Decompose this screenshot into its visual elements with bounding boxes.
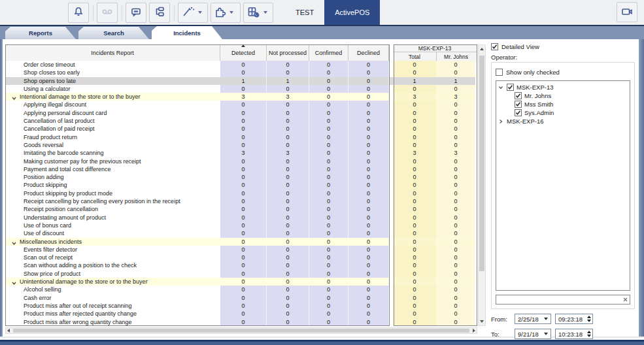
tab-incidents[interactable]: Incidents — [152, 26, 222, 39]
incident-name-cell: Miscellaneous incidents — [5, 238, 220, 246]
table-row[interactable]: Using a calculator000000 — [5, 85, 486, 93]
incident-name-cell: Order close timeout — [5, 61, 220, 69]
count-cell: 0 — [309, 61, 348, 69]
tree-expanded-icon[interactable] — [498, 85, 504, 90]
to-time-spinner[interactable]: 10:23:18 — [555, 329, 593, 339]
table-row[interactable]: Show price of product000000 — [5, 270, 486, 278]
spinner-buttons[interactable] — [587, 331, 591, 337]
tab-reports[interactable]: Reports — [5, 27, 76, 39]
column-header-detected[interactable]: Detected — [220, 44, 267, 61]
table-row[interactable]: Use of discount000000 — [5, 229, 486, 237]
video-camera-icon — [621, 7, 633, 18]
table-row[interactable]: Shop closes too early000000 — [5, 69, 486, 76]
tree-item-operator[interactable]: Mss Smith — [498, 100, 628, 108]
camera-button[interactable] — [617, 2, 637, 22]
table-row[interactable]: Scan without adding a position to the ch… — [5, 261, 486, 269]
table-row[interactable]: Shop opens too late110011 — [5, 77, 486, 85]
column-header-declined[interactable]: Declined — [348, 44, 389, 61]
count-cell: 0 — [220, 157, 267, 165]
table-row[interactable]: Product skipping000000 — [5, 181, 486, 189]
column-header-mr-johns[interactable]: Mr. Johns — [436, 52, 475, 61]
sort-indicator-icon — [241, 44, 245, 47]
checkbox-icon[interactable] — [507, 84, 514, 91]
table-row[interactable]: Cash error000000 — [5, 294, 486, 302]
checkbox-icon[interactable] — [515, 92, 522, 99]
spinner-buttons[interactable] — [587, 316, 591, 322]
bell-icon — [73, 7, 84, 18]
table-row[interactable]: Receipt cancelling by cancelling every p… — [5, 197, 486, 205]
table-row[interactable]: Applying illegal discount000000 — [5, 101, 486, 108]
tree-item-operator[interactable]: Mr. Johns — [498, 91, 628, 100]
table-row[interactable]: Applying personal discount card000000 — [5, 109, 486, 117]
operator-filter-input[interactable] — [496, 295, 630, 304]
messages-button[interactable] — [126, 3, 146, 23]
count-cell: 0 — [348, 318, 389, 326]
tab-search[interactable]: Search — [78, 27, 149, 39]
total-cell: 0 — [393, 189, 436, 197]
group-row[interactable]: Unintentional damage to the store or to … — [5, 278, 486, 286]
tree-collapsed-icon[interactable] — [498, 119, 504, 124]
table-row[interactable]: Events filter detector000000 — [5, 246, 486, 254]
table-row[interactable]: Cancellation of paid receipt000000 — [5, 125, 486, 133]
table-row[interactable]: Fraud product return000000 — [5, 133, 486, 141]
from-date-picker[interactable]: 2/25/18 — [515, 314, 551, 324]
collapse-chevron-icon[interactable] — [12, 240, 16, 246]
table-row[interactable]: Payment and total cost difference000000 — [5, 165, 486, 173]
from-time-value: 09:23:18 — [558, 316, 583, 323]
show-only-checked-checkbox[interactable]: Show only checked — [496, 67, 630, 76]
column-header-device[interactable]: MSK-EXP-13 — [393, 44, 477, 52]
count-cell: 0 — [267, 61, 309, 69]
table-row[interactable]: Goods reversal000000 — [5, 141, 486, 149]
table-row[interactable]: Product miss after rejected quantity cha… — [5, 310, 486, 318]
table-row[interactable]: Scan out of receipt000000 — [5, 254, 486, 261]
vertical-scroll-thumb[interactable] — [479, 56, 484, 271]
app-tab-activepos[interactable]: ActivePOS — [324, 0, 380, 25]
clear-filter-button[interactable] — [620, 295, 630, 304]
hierarchy-icon — [154, 7, 165, 18]
column-header-total[interactable]: Total — [393, 52, 436, 61]
hierarchy-button[interactable] — [149, 3, 170, 23]
horizontal-scrollbar[interactable] — [5, 327, 477, 334]
table-row[interactable]: Making customer pay for the previous rec… — [5, 157, 486, 165]
table-row[interactable]: Imitating the barcode scanning330033 — [5, 149, 486, 157]
table-row[interactable]: Product skipping by product mode000000 — [5, 189, 486, 197]
magic-wand-button[interactable] — [178, 3, 208, 23]
layout-settings-button[interactable] — [243, 3, 273, 23]
count-cell: 0 — [309, 133, 348, 141]
table-row[interactable]: Position adding000000 — [5, 173, 486, 181]
checkbox-icon[interactable] — [515, 109, 522, 116]
column-header-confirmed[interactable]: Confirmed — [309, 44, 348, 61]
table-row[interactable]: Alcohol selling000000 — [5, 286, 486, 293]
collapse-chevron-icon[interactable] — [12, 95, 16, 101]
collapse-chevron-icon[interactable] — [12, 280, 16, 286]
total-cell: 0 — [393, 141, 436, 149]
checkbox-icon[interactable] — [515, 101, 522, 108]
table-row[interactable]: Product miss after out of receipt scanni… — [5, 302, 486, 310]
notifications-button[interactable] — [68, 3, 89, 23]
plugins-button[interactable] — [211, 3, 241, 23]
scroll-down-button[interactable] — [479, 318, 485, 325]
group-row[interactable]: Intentional damage to the store or to th… — [5, 93, 486, 101]
table-row[interactable]: Product miss after wrong quantity change… — [5, 318, 486, 326]
table-row[interactable]: Cancellation of last product000000 — [5, 117, 486, 125]
incident-name-cell: Intentional damage to the store or to th… — [5, 93, 220, 101]
app-tab-test[interactable]: TEST — [285, 0, 324, 25]
vertical-scrollbar[interactable] — [478, 44, 486, 326]
column-header-incidents-report[interactable]: Incidents Report — [5, 44, 220, 61]
column-header-not-processed[interactable]: Not processed — [267, 44, 309, 61]
from-time-spinner[interactable]: 09:23:18 — [555, 314, 593, 324]
scroll-up-button[interactable] — [479, 45, 485, 53]
group-row[interactable]: Miscellaneous incidents000000 — [5, 238, 486, 246]
tree-item-device[interactable]: MSK-EXP-16 — [498, 117, 628, 125]
table-row[interactable]: Use of bonus card000000 — [5, 222, 486, 229]
tree-item-device[interactable]: MSK-EXP-13 — [498, 83, 628, 91]
table-row[interactable]: Understating amount of product000000 — [5, 214, 486, 222]
detailed-view-checkbox[interactable]: Detailed View — [491, 43, 635, 50]
total-cell: 0 — [393, 197, 436, 205]
horizontal-scroll-thumb[interactable] — [13, 329, 469, 333]
table-row[interactable]: Order close timeout000000 — [5, 61, 486, 69]
tree-item-operator[interactable]: Sys.Admin — [498, 108, 628, 117]
to-date-picker[interactable]: 9/21/18 — [515, 329, 551, 339]
table-row[interactable]: Receipt position cancellation000000 — [5, 205, 486, 213]
count-cell: 0 — [348, 205, 389, 213]
